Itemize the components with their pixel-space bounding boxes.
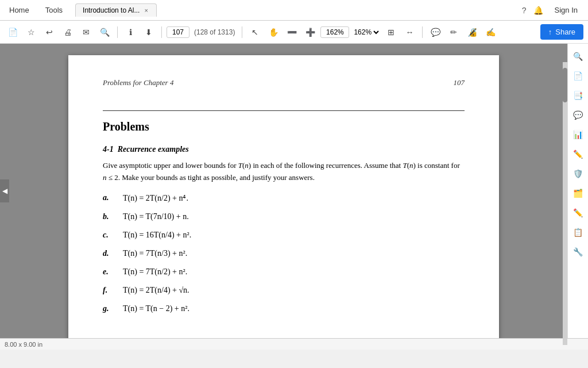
hand-tool-button[interactable]: ✋ [265, 24, 281, 40]
problem-item: a. T(n) = 2T(n/2) + n⁴. [103, 193, 465, 203]
page-header-left: Problems for Chapter 4 [103, 78, 173, 87]
problem-item: d. T(n) = 7T(n/3) + n². [103, 249, 465, 258]
separator-4 [422, 26, 423, 38]
zoom-out-button[interactable]: ➖ [284, 24, 300, 40]
problem-item-label: b. [103, 212, 119, 221]
info-button[interactable]: ℹ [122, 24, 138, 40]
active-tab[interactable]: Introduction to Al... × [75, 3, 157, 17]
separator-3 [242, 26, 242, 38]
problem-item-formula: T(n) = 7T(n/3) + n². [123, 249, 187, 258]
zoom-in-button[interactable]: ➕ [302, 24, 318, 40]
sidebar-comment-icon[interactable]: 💬 [570, 107, 586, 123]
problem-item: b. T(n) = T(7n/10) + n. [103, 212, 465, 221]
share-button[interactable]: ↑ Share [540, 24, 583, 40]
bottom-bar: 8.00 x 9.00 in [0, 338, 588, 350]
problem-item-label: c. [103, 231, 119, 240]
problem-item: f. T(n) = 2T(n/4) + √n. [103, 286, 465, 295]
sidebar-edit-icon[interactable]: ✏️ [570, 146, 586, 162]
mail-button[interactable]: ✉ [78, 24, 94, 40]
page-header-right: 107 [454, 78, 465, 87]
zoom-input[interactable] [320, 26, 349, 38]
edit-button[interactable]: ✏ [446, 24, 462, 40]
problem-item-formula: T(n) = 2T(n/2) + n⁴. [123, 193, 188, 203]
nav-tools[interactable]: Tools [42, 3, 66, 17]
sidebar-pencil-icon[interactable]: ✏️ [570, 205, 586, 221]
sidebar-search-icon[interactable]: 🔍 [570, 48, 586, 64]
pdf-page: Problems for Chapter 4 107 Problems 4-1 … [68, 55, 499, 338]
problem-item-label: e. [103, 267, 119, 277]
sidebar-shield-icon[interactable]: 🛡️ [570, 166, 586, 182]
problem-item-label: d. [103, 249, 119, 258]
comment-button[interactable]: 💬 [427, 24, 443, 40]
nav-home[interactable]: Home [6, 3, 33, 17]
problem-item: c. T(n) = 16T(n/4) + n². [103, 231, 465, 240]
page-divider [103, 110, 465, 111]
print-button[interactable]: 🖨 [60, 24, 76, 40]
separator-1 [117, 26, 118, 38]
problem-item-formula: T(n) = T(n − 2) + n². [123, 304, 189, 313]
toolbar: 📄 ☆ ↩ 🖨 ✉ 🔍 ℹ ⬇ 107 (128 of 1313) ↖ ✋ ➖ … [0, 21, 588, 44]
sidebar-settings-icon[interactable]: 🔧 [570, 244, 586, 260]
problem-title: 4-1 Recurrence examples [103, 145, 465, 154]
problem-description: Give asymptotic upper and lower bounds f… [103, 160, 465, 184]
tab-close-button[interactable]: × [143, 7, 149, 14]
right-sidebar: 🔍 📄 📑 💬 📊 ✏️ 🛡️ 🗂️ ✏️ 📋 🔧 [567, 44, 588, 338]
fit-width-button[interactable]: ↔ [401, 24, 417, 40]
sidebar-folder-icon[interactable]: 🗂️ [570, 185, 586, 201]
share-label: Share [555, 28, 575, 36]
help-icon[interactable]: ? [522, 6, 527, 15]
separator-2 [161, 26, 162, 38]
sidebar-chart-icon[interactable]: 📊 [570, 126, 586, 143]
top-nav: Home Tools Introduction to Al... × ? 🔔 S… [0, 0, 588, 21]
main-area: ◀ Problems for Chapter 4 107 Problems 4-… [0, 44, 588, 338]
new-document-button[interactable]: 📄 [5, 24, 21, 40]
rotate-button[interactable]: ↩ [41, 24, 57, 40]
scrollbar-thumb[interactable] [563, 68, 567, 102]
problem-item-formula: T(n) = 2T(n/4) + √n. [123, 286, 189, 295]
problem-number: 4-1 [103, 145, 114, 154]
fit-page-button[interactable]: ⊞ [383, 24, 399, 40]
problem-item: e. T(n) = 7T(n/2) + n². [103, 267, 465, 277]
search-button[interactable]: 🔍 [96, 24, 113, 40]
nav-right: ? 🔔 Sign In [522, 3, 582, 17]
page-total: (128 of 1313) [194, 28, 235, 36]
page-number-input[interactable]: 107 [167, 26, 189, 38]
left-page-arrow[interactable]: ◀ [0, 179, 9, 202]
bell-icon[interactable]: 🔔 [533, 6, 543, 15]
page-header: Problems for Chapter 4 107 [103, 78, 465, 93]
sidebar-clip-icon[interactable]: 📋 [570, 224, 586, 240]
problem-item-label: g. [103, 304, 119, 313]
section-title: Problems [103, 120, 465, 133]
problem-name: Recurrence examples [118, 145, 189, 154]
share-icon: ↑ [548, 28, 552, 36]
problem-item-formula: T(n) = 16T(n/4) + n². [123, 231, 191, 240]
sign-in-button[interactable]: Sign In [550, 3, 582, 17]
stamp-button[interactable]: 🔏 [464, 24, 480, 40]
download-button[interactable]: ⬇ [141, 24, 157, 40]
problem-items-list: a. T(n) = 2T(n/2) + n⁴.b. T(n) = T(7n/10… [103, 193, 465, 313]
bookmark-button[interactable]: ☆ [23, 24, 39, 40]
problem-item: g. T(n) = T(n − 2) + n². [103, 304, 465, 313]
page-size-label: 8.00 x 9.00 in [5, 341, 42, 348]
scrollbar-track [563, 62, 567, 345]
problem-item-formula: T(n) = 7T(n/2) + n². [123, 267, 187, 277]
tab-label: Introduction to Al... [83, 6, 140, 14]
problem-item-label: f. [103, 286, 119, 295]
sign-button[interactable]: ✍ [482, 24, 498, 40]
problem-item-label: a. [103, 193, 119, 202]
problem-item-formula: T(n) = T(7n/10) + n. [123, 212, 189, 221]
zoom-dropdown[interactable]: 162% 100% 150% 200% [351, 28, 381, 37]
sidebar-page-icon[interactable]: 📄 [570, 68, 586, 84]
sidebar-layers-icon[interactable]: 📑 [570, 87, 586, 103]
cursor-tool-button[interactable]: ↖ [247, 24, 263, 40]
pdf-viewer[interactable]: ◀ Problems for Chapter 4 107 Problems 4-… [0, 44, 567, 338]
